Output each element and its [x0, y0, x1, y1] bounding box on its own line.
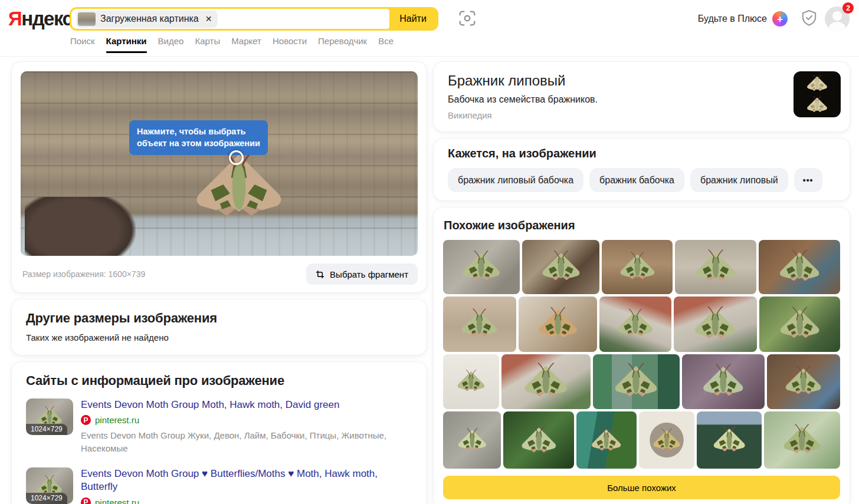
search-submit-button[interactable]: Найти [389, 9, 437, 29]
moth-icon [798, 73, 836, 94]
similar-image[interactable] [576, 411, 637, 469]
uploaded-image-chip[interactable]: Загруженная картинка ✕ [76, 11, 218, 28]
other-sizes-card: Другие размеры изображения Таких же изоб… [12, 299, 427, 355]
result-title[interactable]: Events Devon Moth Group Moth, Hawk moth,… [81, 398, 412, 411]
header: Яндекс Загруженная картинка ✕ Найти Будь… [0, 0, 859, 57]
query-image[interactable]: Нажмите, чтобы выбрать объект на этом из… [21, 71, 418, 256]
pinterest-icon: P [81, 498, 91, 504]
sites-title: Сайты с информацией про изображение [26, 373, 412, 388]
moth-icon [690, 245, 742, 289]
tab-search[interactable]: Поиск [70, 36, 95, 53]
query-image-card: Нажмите, чтобы выбрать объект на этом из… [12, 62, 427, 292]
crop-icon [316, 270, 324, 279]
similar-image[interactable] [767, 354, 840, 409]
similar-image[interactable] [639, 411, 694, 469]
tag-chip[interactable]: бражник бабочка [589, 168, 684, 192]
similar-image[interactable] [675, 240, 756, 294]
plus-icon: + [772, 11, 788, 27]
moth-icon [709, 417, 750, 464]
tags-card: Кажется, на изображении бражник липовый … [434, 139, 850, 200]
more-similar-button[interactable]: Больше похожих [443, 476, 840, 499]
moth-icon [773, 245, 825, 289]
similar-image[interactable] [602, 240, 673, 294]
similar-image[interactable] [697, 411, 762, 469]
tab-maps[interactable]: Карты [195, 36, 220, 53]
similar-images-grid [443, 240, 840, 469]
search-input[interactable]: Загруженная картинка ✕ [71, 9, 389, 29]
tab-market[interactable]: Маркет [231, 36, 261, 53]
similar-image[interactable] [443, 240, 520, 294]
size-badge: 1024×729 [26, 424, 67, 435]
tab-translate[interactable]: Переводчик [318, 36, 367, 53]
entity-source-link[interactable]: Википедия [448, 110, 779, 120]
result-thumbnail[interactable]: 1024×729 [26, 467, 73, 504]
similar-image[interactable] [501, 354, 591, 409]
select-fragment-button[interactable]: Выбрать фрагмент [306, 263, 418, 285]
tooltip-line1: Нажмите, чтобы выбрать [137, 126, 260, 137]
rock-shape [25, 197, 136, 256]
moth-icon [780, 359, 827, 404]
select-object-tooltip: Нажмите, чтобы выбрать объект на этом из… [129, 120, 268, 155]
moth-icon [517, 359, 575, 404]
result-title[interactable]: Events Devon Moth Group ♥ Butterflies/Mo… [81, 467, 412, 494]
entity-title[interactable]: Бражник липовый [448, 73, 779, 89]
pinterest-icon: P [81, 415, 91, 425]
result-domain[interactable]: pinterest.ru [95, 498, 139, 504]
moth-icon [457, 245, 506, 289]
tooltip-line2: объект на этом изображении [137, 137, 260, 149]
plus-promo-link[interactable]: Будьте в Плюсе + [698, 11, 788, 27]
shield-icon[interactable] [800, 9, 818, 29]
similar-image[interactable] [593, 354, 680, 409]
similar-image[interactable] [759, 297, 840, 352]
notification-badge: 2 [842, 2, 854, 14]
similar-image[interactable] [764, 411, 840, 469]
similar-image[interactable] [522, 240, 599, 294]
similar-image[interactable] [519, 297, 598, 352]
result-thumbnail[interactable]: 1024×729 [26, 398, 73, 435]
tab-all[interactable]: Все [378, 36, 394, 53]
similar-image[interactable] [674, 297, 758, 352]
result-description: Events Devon Moth Group Жуки, Девон, Лай… [81, 429, 412, 455]
tag-chip[interactable]: бражник липовый бабочка [448, 168, 583, 192]
moth-icon [688, 301, 742, 347]
similar-images-row [443, 411, 840, 469]
site-result: 1024×729 Events Devon Moth Group ♥ Butte… [26, 467, 412, 504]
chip-remove-icon[interactable]: ✕ [205, 14, 212, 24]
moth-icon [612, 301, 658, 347]
object-target-circle[interactable] [229, 150, 244, 165]
similar-image[interactable] [759, 240, 840, 294]
more-tags-button[interactable]: ••• [794, 168, 822, 192]
similar-images-title: Похожие изображения [444, 219, 840, 232]
size-badge: 1024×729 [26, 493, 67, 504]
similar-images-row [443, 297, 840, 352]
entity-thumbnail[interactable] [794, 71, 841, 117]
similar-image[interactable] [599, 297, 671, 352]
uploaded-image-thumbnail [78, 12, 96, 26]
logo-rest: ндекс [21, 8, 72, 29]
similar-image[interactable] [682, 354, 765, 409]
user-avatar[interactable]: 2 [825, 6, 850, 31]
similar-image[interactable] [503, 411, 574, 469]
moth-icon [454, 417, 491, 464]
tab-images[interactable]: Картинки [106, 36, 147, 53]
image-search-camera-icon[interactable] [457, 8, 478, 29]
moth-icon [453, 359, 489, 404]
moth-icon [778, 417, 827, 464]
yandex-logo[interactable]: Яндекс [8, 8, 72, 30]
similar-image[interactable] [443, 411, 501, 469]
similar-image[interactable] [443, 297, 516, 352]
moth-icon [587, 417, 625, 464]
tab-news[interactable]: Новости [273, 36, 307, 53]
moth-icon [533, 301, 583, 347]
moth-icon [536, 245, 586, 289]
result-domain[interactable]: pinterest.ru [95, 415, 139, 425]
similar-image[interactable] [443, 354, 499, 409]
moth-icon [798, 94, 836, 116]
moth-icon [456, 301, 503, 347]
moth-icon [697, 359, 750, 404]
logo-ya: Я [8, 8, 21, 29]
tag-chip[interactable]: бражник липовый [690, 168, 788, 192]
other-sizes-empty-text: Таких же изображений не найдено [26, 332, 412, 342]
similar-images-row [443, 240, 840, 294]
tab-video[interactable]: Видео [158, 36, 184, 53]
